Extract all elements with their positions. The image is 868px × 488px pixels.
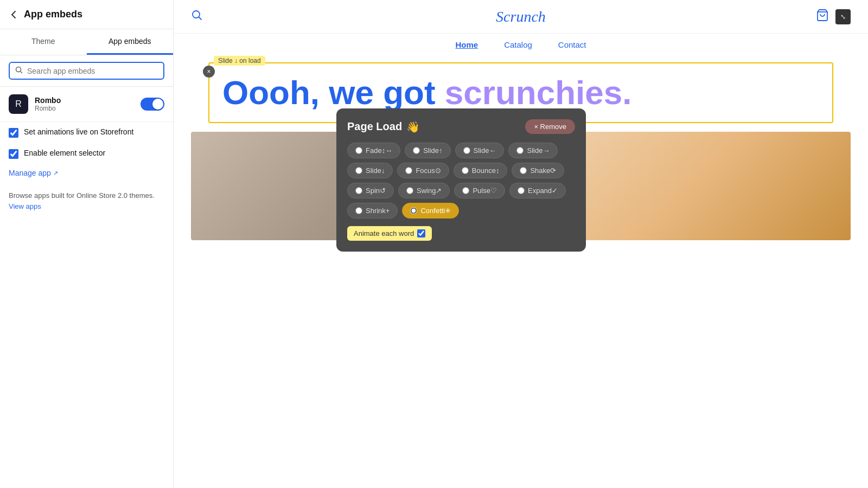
sidebar-title: App embeds [24,9,82,20]
app-item-rombo: R Rombo Rombo [0,87,173,122]
anim-radio-shake[interactable] [520,167,527,174]
hero-word-2: we [329,74,383,111]
remove-button[interactable]: × Remove [525,119,575,134]
animation-modal-header: Page Load 👋 × Remove [347,119,575,134]
animate-each-word-label[interactable]: Animate each word [347,226,432,241]
anim-radio-confetti[interactable] [410,207,417,214]
store-expand-button[interactable]: ⤡ [835,9,851,24]
anim-label-shake: Shake⟳ [530,166,556,175]
anim-label-slide-up: Slide↑ [423,146,442,155]
app-toggle[interactable] [141,98,164,111]
anim-label-slide-right: Slide→ [527,146,550,155]
anim-option-pulse[interactable]: Pulse♡ [454,183,505,198]
anim-option-slide-down[interactable]: Slide↓ [347,163,393,178]
enable-selector-label: Enable element selector [24,149,105,157]
anim-option-shake[interactable]: Shake⟳ [512,163,564,178]
anim-row-1: Fade↕↔ Slide↑ Slide← Slide→ [347,143,575,158]
set-animations-label: Set animations live on Storefront [24,127,133,136]
external-link-icon: ↗ [53,170,58,177]
anim-radio-spin[interactable] [355,187,362,194]
search-input[interactable] [27,67,158,75]
app-icon-char: R [15,99,22,109]
animation-footer: Animate each word [347,226,575,241]
anim-radio-slide-right[interactable] [516,147,524,154]
anim-radio-fade[interactable] [355,147,362,154]
store-cart-icon[interactable] [816,9,829,24]
manage-app-text: Manage app [9,169,51,177]
app-subtitle: Rombo [35,105,141,112]
store-logo: Scrunch [496,8,546,25]
anim-radio-focus[interactable] [405,167,412,174]
anim-label-spin: Spin↺ [366,187,386,195]
anim-option-confetti[interactable]: Confetti✳ [402,203,459,219]
anim-radio-slide-down[interactable] [355,167,362,174]
sidebar-tabs: Theme App embeds [0,29,173,55]
anim-option-expand[interactable]: Expand✓ [509,183,566,198]
anim-radio-expand[interactable] [518,187,525,194]
animation-options-grid: Fade↕↔ Slide↑ Slide← Slide→ [347,143,575,219]
browse-text: Browse apps built for Online Store 2.0 t… [0,182,173,220]
anim-option-bounce[interactable]: Bounce↕ [454,163,508,178]
manage-app-link[interactable]: Manage app ↗ [0,164,173,182]
anim-option-slide-up[interactable]: Slide↑ [405,143,450,158]
anim-option-focus[interactable]: Focus⊙ [397,163,449,178]
hero-text: Oooh, we got scrunchies. [222,74,819,111]
anim-option-slide-right[interactable]: Slide→ [508,143,558,158]
anim-option-swing[interactable]: Swing↗ [398,183,450,198]
back-button[interactable] [9,9,20,20]
page-load-emoji: 👋 [406,120,420,133]
store-menu: Home Catalog Contact [174,34,868,56]
tab-app-embeds[interactable]: App embeds [87,29,174,55]
hero-word-1: Oooh, [222,74,329,111]
animation-modal-title: Page Load 👋 [347,120,420,133]
anim-option-slide-left[interactable]: Slide← [455,143,505,158]
anim-radio-slide-left[interactable] [463,147,470,154]
anim-label-confetti: Confetti✳ [420,207,451,215]
view-apps-link[interactable]: View apps [9,202,41,210]
anim-option-spin[interactable]: Spin↺ [347,183,394,198]
app-name: Rombo [35,96,141,105]
close-x-button[interactable]: × [203,66,215,78]
main-preview: Scrunch ⤡ Home Catalog Contact [174,0,868,488]
page-load-label: Page Load [347,120,402,133]
remove-label: × Remove [534,123,566,131]
anim-label-fade: Fade↕↔ [366,146,392,155]
app-info: Rombo Rombo [35,96,141,112]
animate-each-word-checkbox[interactable] [417,229,425,237]
app-icon-rombo: R [9,94,28,114]
set-animations-checkbox[interactable] [9,128,18,138]
animate-each-word-text: Animate each word [354,229,414,237]
set-animations-item: Set animations live on Storefront [0,122,173,143]
anim-radio-bounce[interactable] [462,167,469,174]
slide-tag: Slide ↓ on load [214,56,265,66]
anim-radio-shrink[interactable] [355,207,362,214]
sidebar-header: App embeds [0,0,173,29]
anim-label-swing: Swing↗ [417,187,442,195]
anim-label-bounce: Bounce↕ [472,166,500,175]
anim-radio-swing[interactable] [406,187,413,194]
store-menu-home[interactable]: Home [455,40,478,49]
store-menu-contact[interactable]: Contact [558,40,586,49]
hero-word-3: got [383,74,445,111]
anim-label-shrink: Shrink+ [366,207,390,215]
anim-label-slide-left: Slide← [474,146,496,155]
store-search-icon[interactable] [191,9,203,24]
animation-modal: Page Load 👋 × Remove Fade↕↔ Slide↑ [336,108,586,252]
anim-radio-pulse[interactable] [462,187,469,194]
search-area [0,55,173,87]
anim-label-focus: Focus⊙ [416,166,441,175]
tab-theme[interactable]: Theme [0,29,87,55]
enable-selector-checkbox[interactable] [9,149,18,159]
preview-frame: Scrunch ⤡ Home Catalog Contact [174,0,868,488]
anim-label-expand: Expand✓ [528,187,558,195]
anim-option-fade[interactable]: Fade↕↔ [347,143,400,158]
hero-word-4: scrunchies. [445,74,632,111]
anim-radio-slide-up[interactable] [413,147,420,154]
anim-option-shrink[interactable]: Shrink+ [347,203,398,219]
anim-row-4: Shrink+ Confetti✳ [347,203,575,219]
sidebar: App embeds Theme App embeds R Rombo Romb… [0,0,174,488]
store-menu-catalog[interactable]: Catalog [504,40,532,49]
store-nav: Scrunch ⤡ [174,0,868,34]
anim-label-pulse: Pulse♡ [473,187,497,195]
anim-row-2: Slide↓ Focus⊙ Bounce↕ Shake⟳ [347,163,575,178]
